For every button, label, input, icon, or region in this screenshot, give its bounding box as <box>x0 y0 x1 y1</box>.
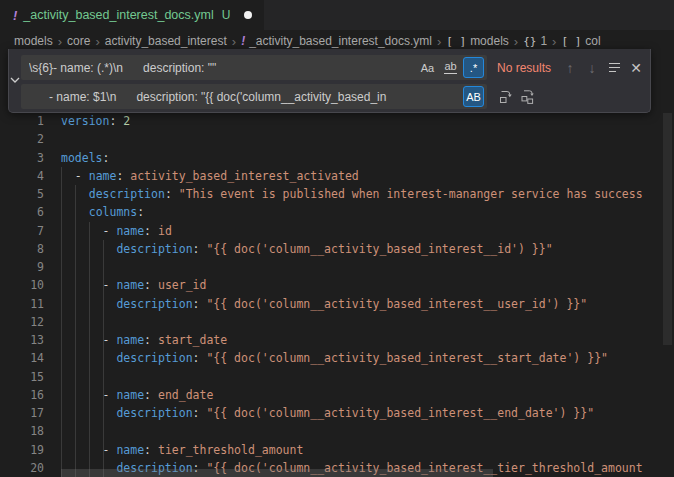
token-key[interactable]: name <box>116 224 144 238</box>
code-line[interactable]: 6 columns: <box>0 203 674 221</box>
token-key[interactable]: description <box>116 297 192 311</box>
find-in-selection-button[interactable] <box>603 57 625 79</box>
token-key[interactable]: description <box>89 187 165 201</box>
code-line[interactable]: 13 - name: start_date <box>0 331 674 349</box>
token-str[interactable]: "{{ doc('column__activity_based_interest… <box>206 351 608 365</box>
close-button[interactable]: ✕ <box>625 57 647 79</box>
line-text[interactable] <box>61 313 674 331</box>
token-punc[interactable]: : <box>193 406 207 420</box>
token-str[interactable]: start_date <box>158 333 227 347</box>
code-line[interactable]: 3models: <box>0 149 674 167</box>
editor-tab[interactable]: ! _activity_based_interest_docs.yml U <box>0 0 264 30</box>
token-key[interactable]: description <box>116 242 192 256</box>
code-line[interactable]: 18 <box>0 422 674 440</box>
code-line[interactable]: 17 description: "{{ doc('column__activit… <box>0 404 674 422</box>
token-str[interactable]: activity_based_interest_activated <box>130 169 358 183</box>
previous-match-button[interactable]: ↑ <box>559 57 581 79</box>
line-text[interactable]: - name: user_id <box>61 276 674 294</box>
token-punc[interactable]: : <box>165 187 179 201</box>
replace-input[interactable] <box>21 84 487 109</box>
token-punc[interactable]: : <box>144 333 158 347</box>
token-str[interactable]: end_date <box>158 388 213 402</box>
token-punc[interactable]: - <box>61 169 89 183</box>
token-punc[interactable]: : <box>144 224 158 238</box>
breadcrumb-item[interactable]: models <box>14 34 53 48</box>
breadcrumb-item[interactable]: {}1 <box>523 34 547 48</box>
token-key[interactable]: name <box>89 169 117 183</box>
token-key[interactable]: description <box>116 406 192 420</box>
breadcrumb-item[interactable]: !_activity_based_interest_docs.yml <box>241 34 432 48</box>
token-punc[interactable]: : <box>144 278 158 292</box>
code-line[interactable]: 16 - name: end_date <box>0 386 674 404</box>
token-str[interactable]: "{{ doc('column__activity_based_interest… <box>206 406 594 420</box>
horizontal-scrollbar[interactable] <box>61 469 493 477</box>
code-line[interactable]: 8 description: "{{ doc('column__activity… <box>0 240 674 258</box>
breadcrumb-item[interactable]: activity_based_interest <box>105 34 227 48</box>
replace-button[interactable] <box>495 86 517 108</box>
token-punc[interactable]: : <box>144 443 158 457</box>
whole-word-toggle[interactable]: ab <box>440 57 461 78</box>
token-punc[interactable]: : <box>116 169 130 183</box>
replace-all-button[interactable] <box>517 86 539 108</box>
token-punc[interactable]: : <box>193 242 207 256</box>
code-line[interactable]: 11 description: "{{ doc('column__activit… <box>0 295 674 313</box>
next-match-button[interactable]: ↓ <box>581 57 603 79</box>
line-text[interactable]: description: "{{ doc('column__activity_b… <box>61 240 674 258</box>
line-text[interactable]: version: 2 <box>61 112 674 130</box>
code-line[interactable]: 1version: 2 <box>0 112 674 130</box>
breadcrumb-item[interactable]: [ ]col <box>561 34 600 48</box>
token-str[interactable]: "This event is published when interest-m… <box>179 187 643 201</box>
code-line[interactable]: 5 description: "This event is published … <box>0 185 674 203</box>
vertical-scrollbar[interactable] <box>663 113 672 345</box>
token-str[interactable]: tier_threshold_amount <box>158 443 303 457</box>
code-line[interactable]: 10 - name: user_id <box>0 276 674 294</box>
token-punc[interactable]: : <box>103 151 110 165</box>
token-key[interactable]: name <box>116 333 144 347</box>
toggle-replace-button[interactable] <box>9 49 21 112</box>
line-text[interactable]: description: "This event is published wh… <box>61 185 674 203</box>
line-text[interactable]: columns: <box>61 203 674 221</box>
token-str[interactable]: "{{ doc('column__activity_based_interest… <box>206 297 587 311</box>
breadcrumb-item[interactable]: core <box>67 34 90 48</box>
code-line[interactable]: 15 <box>0 368 674 386</box>
token-punc[interactable]: : <box>193 297 207 311</box>
preserve-case-toggle[interactable]: AB <box>463 86 484 107</box>
token-key[interactable]: models <box>61 151 103 165</box>
line-text[interactable]: - name: tier_threshold_amount <box>61 441 674 459</box>
token-key[interactable]: version <box>61 114 109 128</box>
code-line[interactable]: 12 <box>0 313 674 331</box>
line-text[interactable] <box>61 130 674 148</box>
token-str[interactable]: user_id <box>158 278 206 292</box>
token-punc[interactable]: : <box>137 205 144 219</box>
unsaved-dot-icon[interactable] <box>244 11 252 19</box>
token-punc[interactable]: : <box>109 114 123 128</box>
code-line[interactable]: 2 <box>0 130 674 148</box>
token-punc[interactable]: : <box>193 351 207 365</box>
line-text[interactable]: description: "{{ doc('column__activity_b… <box>61 295 674 313</box>
line-text[interactable]: description: "{{ doc('column__activity_b… <box>61 349 674 367</box>
code-line[interactable]: 7 - name: id <box>0 222 674 240</box>
token-str[interactable]: "{{ doc('column__activity_based_interest… <box>206 242 552 256</box>
token-key[interactable]: name <box>116 388 144 402</box>
line-text[interactable] <box>61 422 674 440</box>
regex-toggle[interactable]: .* <box>463 57 484 78</box>
line-text[interactable]: - name: id <box>61 222 674 240</box>
editor[interactable]: 1version: 223models:4 - name: activity_b… <box>0 52 674 477</box>
token-key[interactable]: columns <box>89 205 137 219</box>
line-text[interactable]: - name: start_date <box>61 331 674 349</box>
token-key[interactable]: description <box>116 351 192 365</box>
token-num[interactable]: 2 <box>123 114 130 128</box>
line-text[interactable] <box>61 258 674 276</box>
code-line[interactable]: 9 <box>0 258 674 276</box>
token-str[interactable]: id <box>158 224 172 238</box>
line-text[interactable]: - name: end_date <box>61 386 674 404</box>
code-line[interactable]: 4 - name: activity_based_interest_activa… <box>0 167 674 185</box>
token-key[interactable]: name <box>116 278 144 292</box>
code-line[interactable]: 19 - name: tier_threshold_amount <box>0 441 674 459</box>
match-case-toggle[interactable]: Aa <box>417 57 438 78</box>
line-text[interactable]: description: "{{ doc('column__activity_b… <box>61 404 674 422</box>
token-punc[interactable]: : <box>144 388 158 402</box>
line-text[interactable] <box>61 368 674 386</box>
token-key[interactable]: name <box>116 443 144 457</box>
line-text[interactable]: - name: activity_based_interest_activate… <box>61 167 674 185</box>
